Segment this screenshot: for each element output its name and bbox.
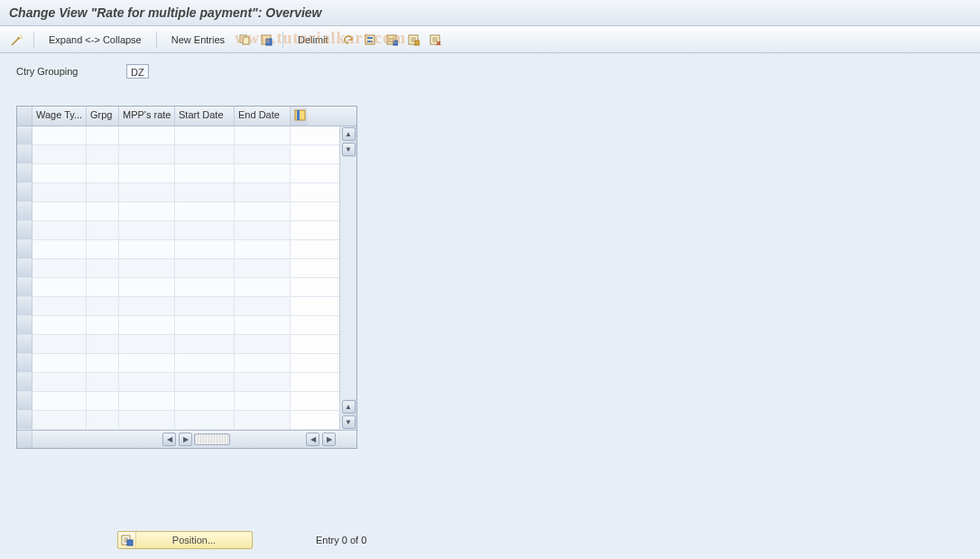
cell-wage-type[interactable]	[32, 297, 87, 315]
scroll-left-icon[interactable]: ◀	[306, 433, 319, 446]
cell-grpg[interactable]	[87, 278, 119, 296]
row-selector[interactable]	[17, 411, 32, 429]
undo-icon[interactable]	[340, 32, 356, 48]
cell-start-date[interactable]	[175, 259, 235, 277]
cell-mpp-rate[interactable]	[119, 202, 175, 220]
scroll-thumb[interactable]	[194, 433, 230, 445]
cell-end-date[interactable]	[235, 411, 291, 429]
table-row[interactable]	[17, 335, 339, 354]
row-selector[interactable]	[17, 183, 32, 201]
cell-end-date[interactable]	[235, 145, 291, 163]
cell-end-date[interactable]	[235, 183, 291, 201]
cell-start-date[interactable]	[175, 411, 235, 429]
table-row[interactable]	[17, 259, 339, 278]
cell-end-date[interactable]	[235, 240, 291, 258]
cell-mpp-rate[interactable]	[119, 259, 175, 277]
table-row[interactable]	[17, 297, 339, 316]
row-selector[interactable]	[17, 221, 32, 239]
cell-mpp-rate[interactable]	[119, 126, 175, 144]
wand-icon[interactable]	[9, 32, 25, 48]
cell-grpg[interactable]	[87, 183, 119, 201]
cell-start-date[interactable]	[175, 145, 235, 163]
cell-start-date[interactable]	[175, 373, 235, 391]
cell-wage-type[interactable]	[32, 202, 87, 220]
scroll-down-icon[interactable]: ▼	[342, 143, 356, 156]
table-row[interactable]	[17, 202, 339, 221]
cell-wage-type[interactable]	[32, 145, 87, 163]
cell-grpg[interactable]	[87, 164, 119, 182]
row-selector[interactable]	[17, 316, 32, 334]
deselect-all-icon[interactable]	[405, 32, 421, 48]
table-row[interactable]	[17, 126, 339, 145]
cell-mpp-rate[interactable]	[119, 278, 175, 296]
cell-end-date[interactable]	[235, 278, 291, 296]
cell-mpp-rate[interactable]	[119, 145, 175, 163]
cell-mpp-rate[interactable]	[119, 316, 175, 334]
cell-start-date[interactable]	[175, 221, 235, 239]
expand-collapse-button[interactable]: Expand <-> Collapse	[42, 32, 148, 48]
cell-start-date[interactable]	[175, 278, 235, 296]
col-mpp-rate[interactable]: MPP's rate	[119, 107, 175, 126]
row-selector[interactable]	[17, 145, 32, 163]
cell-grpg[interactable]	[87, 221, 119, 239]
cell-wage-type[interactable]	[32, 240, 87, 258]
cell-wage-type[interactable]	[32, 183, 87, 201]
cell-wage-type[interactable]	[32, 316, 87, 334]
cell-grpg[interactable]	[87, 392, 119, 410]
cell-wage-type[interactable]	[32, 335, 87, 353]
scroll-right-icon[interactable]: ▶	[179, 433, 192, 446]
ctry-grouping-value[interactable]: DZ	[126, 64, 149, 79]
cell-end-date[interactable]	[235, 316, 291, 334]
col-end-date[interactable]: End Date	[235, 107, 291, 126]
cell-grpg[interactable]	[87, 354, 119, 372]
table-config-icon[interactable]	[427, 32, 443, 48]
cell-start-date[interactable]	[175, 392, 235, 410]
cell-grpg[interactable]	[87, 259, 119, 277]
cell-wage-type[interactable]	[32, 259, 87, 277]
cell-grpg[interactable]	[87, 335, 119, 353]
row-selector[interactable]	[17, 259, 32, 277]
delete-change-icon[interactable]	[258, 32, 274, 48]
cell-start-date[interactable]	[175, 240, 235, 258]
row-selector[interactable]	[17, 126, 32, 144]
col-grpg[interactable]: Grpg	[87, 107, 119, 126]
cell-mpp-rate[interactable]	[119, 221, 175, 239]
cell-start-date[interactable]	[175, 297, 235, 315]
cell-start-date[interactable]	[175, 183, 235, 201]
table-row[interactable]	[17, 316, 339, 335]
select-all-column[interactable]	[17, 107, 32, 126]
scroll-down-icon[interactable]: ▼	[342, 415, 356, 429]
scroll-up-icon[interactable]: ▲	[342, 400, 356, 414]
cell-grpg[interactable]	[87, 297, 119, 315]
cell-mpp-rate[interactable]	[119, 354, 175, 372]
cell-grpg[interactable]	[87, 316, 119, 334]
position-button[interactable]: Position...	[117, 531, 253, 549]
cell-end-date[interactable]	[235, 373, 291, 391]
cell-start-date[interactable]	[175, 126, 235, 144]
cell-end-date[interactable]	[235, 259, 291, 277]
cell-start-date[interactable]	[175, 354, 235, 372]
select-all-icon[interactable]	[362, 32, 378, 48]
cell-end-date[interactable]	[235, 221, 291, 239]
cell-mpp-rate[interactable]	[119, 240, 175, 258]
table-row[interactable]	[17, 411, 339, 430]
row-selector[interactable]	[17, 202, 32, 220]
row-selector[interactable]	[17, 278, 32, 296]
row-selector[interactable]	[17, 354, 32, 372]
cell-end-date[interactable]	[235, 297, 291, 315]
cell-wage-type[interactable]	[32, 126, 87, 144]
table-row[interactable]	[17, 278, 339, 297]
cell-grpg[interactable]	[87, 373, 119, 391]
scroll-up-icon[interactable]: ▲	[342, 127, 356, 141]
row-selector[interactable]	[17, 373, 32, 391]
table-row[interactable]	[17, 240, 339, 259]
col-wage-type[interactable]: Wage Ty...	[32, 107, 87, 126]
horizontal-scrollbar[interactable]: ◀ ▶ ◀ ▶	[32, 432, 356, 447]
cell-grpg[interactable]	[87, 126, 119, 144]
vertical-scrollbar[interactable]: ▲ ▼ ▲ ▼	[339, 126, 356, 430]
cell-end-date[interactable]	[235, 202, 291, 220]
cell-start-date[interactable]	[175, 316, 235, 334]
new-entries-button[interactable]: New Entries	[165, 32, 231, 48]
scroll-right-icon[interactable]: ▶	[322, 433, 336, 446]
scroll-track[interactable]	[340, 157, 356, 399]
